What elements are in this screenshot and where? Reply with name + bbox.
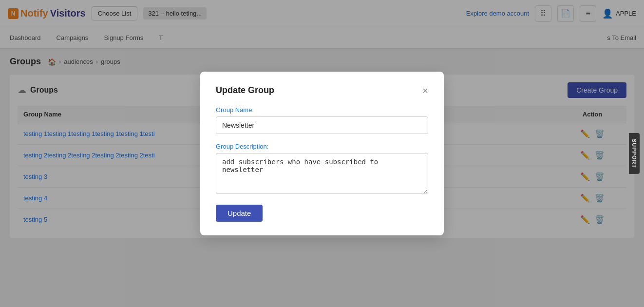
modal-header: Update Group × (216, 85, 428, 96)
update-button[interactable]: Update (216, 205, 263, 222)
group-desc-label: Group Description: (216, 143, 428, 150)
group-name-input[interactable] (216, 116, 428, 134)
group-name-field: Group Name: (216, 106, 428, 134)
modal-title: Update Group (216, 85, 274, 96)
group-desc-textarea[interactable] (216, 153, 428, 194)
modal-overlay: Update Group × Group Name: Group Descrip… (0, 0, 644, 307)
group-desc-field: Group Description: (216, 143, 428, 196)
modal-close-button[interactable]: × (422, 86, 428, 96)
support-tab[interactable]: SUPPORT (629, 133, 640, 174)
update-group-modal: Update Group × Group Name: Group Descrip… (200, 72, 444, 235)
group-name-label: Group Name: (216, 106, 428, 114)
